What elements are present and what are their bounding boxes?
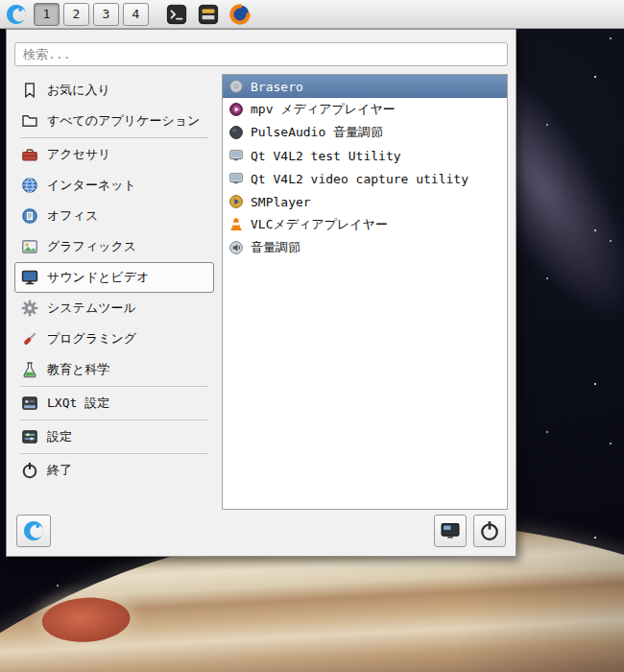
power-icon [479,520,500,541]
folder-icon [21,112,38,130]
category-item[interactable]: グラフィックス [14,231,214,262]
lxqt-logo-icon [6,4,27,25]
vlc-icon [228,217,244,232]
app-menu: お気に入りすべてのアプリケーションアクセサリインターネットオフィスグラフィックス… [6,29,516,557]
firefox-launcher[interactable] [228,2,252,27]
menu-footer [16,515,506,547]
v4l2-icon [228,148,244,163]
menu-button[interactable] [3,2,30,27]
app-label: Qt V4L2 video capture utility [251,172,468,186]
app-item[interactable]: Qt V4L2 test Utility [223,144,507,167]
workspace-button-3[interactable]: 3 [93,3,119,26]
graphics-icon [21,238,38,255]
workspace-switcher: 1234 [34,3,149,26]
category-label: サウンドとビデオ [47,269,149,286]
category-item[interactable]: 設定 [14,421,214,452]
shutdown-button[interactable] [473,515,506,547]
category-label: 設定 [47,428,72,445]
settings-icon [21,428,38,445]
mpv-icon [228,102,244,117]
power-icon [21,462,38,479]
search-input[interactable] [14,42,508,66]
category-item[interactable]: プログラミング [14,324,214,354]
workspace-button-2[interactable]: 2 [63,3,89,26]
terminal-launcher[interactable] [164,2,189,27]
lxqt-settings-icon [21,395,38,412]
category-label: 終了 [47,462,72,479]
disc-icon [228,79,244,94]
category-label: オフィス [47,207,98,225]
bookmark-icon [21,82,38,99]
app-label: Brasero [251,80,303,94]
menu-footer-left[interactable] [16,515,51,547]
great-red-spot [41,595,132,644]
category-item[interactable]: お気に入り [14,75,214,106]
screensaver-icon [440,520,461,541]
app-item[interactable]: Qt V4L2 video capture utility [223,167,507,190]
category-item[interactable]: サウンドとビデオ [14,262,214,293]
category-label: お気に入り [47,82,110,99]
app-item[interactable]: Brasero [223,75,507,98]
app-label: SMPlayer [251,195,311,209]
workspace-button-1[interactable]: 1 [34,3,60,26]
app-list: Braserompv メディアプレイヤーPulseAudio 音量調節Qt V4… [222,74,508,510]
separator [20,386,208,387]
category-label: システムツール [47,300,136,317]
app-label: VLCメディアプレイヤー [251,216,388,233]
workspace-button-4[interactable]: 4 [123,3,149,26]
category-item[interactable]: すべてのアプリケーション [14,106,214,136]
app-item[interactable]: mpv メディアプレイヤー [223,98,507,121]
category-label: 教育と科学 [47,361,109,378]
category-label: アクセサリ [47,146,111,163]
screwdriver-icon [21,330,38,348]
separator [20,453,208,454]
app-label: Qt V4L2 test Utility [251,149,401,163]
top-panel: 1234 [0,0,624,29]
gear-icon [21,300,38,317]
category-label: グラフィックス [47,238,136,255]
category-label: プログラミング [47,330,136,348]
app-label: mpv メディアプレイヤー [251,101,396,118]
menu-footer-right [434,515,506,547]
separator [20,137,208,138]
category-item[interactable]: LXQt 設定 [14,388,214,419]
category-item[interactable]: 終了 [14,455,214,486]
pulse-icon [228,125,244,140]
app-label: PulseAudio 音量調節 [251,124,383,141]
file-manager-launcher[interactable] [196,2,221,27]
category-item[interactable]: アクセサリ [14,139,214,170]
category-item[interactable]: インターネット [14,170,214,201]
category-list: お気に入りすべてのアプリケーションアクセサリインターネットオフィスグラフィックス… [14,74,214,510]
speaker-icon [228,240,244,255]
globe-icon [21,177,38,194]
flask-icon [21,361,38,378]
quick-launch [164,2,252,27]
terminal-icon [166,4,187,25]
toolbox-icon [21,146,38,163]
app-item[interactable]: VLCメディアプレイヤー [223,213,507,236]
app-label: 音量調節 [251,239,300,256]
category-item[interactable]: システムツール [14,293,214,324]
category-label: インターネット [47,177,136,194]
category-label: LXQt 設定 [47,395,109,412]
lxqt-logo-icon [23,520,44,541]
app-item[interactable]: SMPlayer [223,190,507,213]
category-item[interactable]: 教育と科学 [14,354,214,385]
leave-button[interactable] [434,515,467,547]
monitor-icon [21,269,38,286]
smplayer-icon [228,194,244,209]
separator [20,420,208,420]
category-label: すべてのアプリケーション [47,112,200,130]
files-icon [198,4,219,25]
app-item[interactable]: PulseAudio 音量調節 [223,121,507,144]
app-item[interactable]: 音量調節 [223,236,507,259]
v4l2-icon [228,171,244,186]
category-item[interactable]: オフィス [14,201,214,231]
firefox-icon [229,4,251,25]
office-icon [21,207,38,225]
menu-body: お気に入りすべてのアプリケーションアクセサリインターネットオフィスグラフィックス… [14,74,508,510]
